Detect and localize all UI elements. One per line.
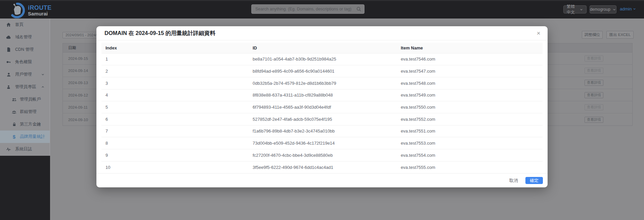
chevron-down-icon	[612, 8, 616, 11]
table-cell: 3f5ee9f5-6222-490d-9674-6dd1c4ac4ad1	[249, 161, 397, 173]
file-icon	[6, 47, 11, 52]
table-row: 6527852df-2e47-4fa6-adcb-59c075e4f195eva…	[101, 113, 543, 125]
column-header: Item Name	[397, 43, 543, 53]
cancel-button[interactable]: 取消	[505, 176, 522, 185]
table-cell: 8f838e88-637a-4311-a11b-cf829a88b048	[249, 89, 397, 101]
column-header: ID	[249, 43, 397, 53]
date-cell: 2024-09-14	[68, 69, 88, 73]
view-details-button[interactable]: 查看詳情	[585, 56, 603, 62]
table-cell: be8a7101-a054-4ab7-b30b-9d251b984a25	[249, 53, 397, 65]
search-icon	[356, 6, 361, 12]
table-cell: 73d004bb-e509-452d-9436-4c172f219e14	[249, 137, 397, 149]
sidebar-item-label: 用戶管理	[15, 72, 32, 77]
view-details-button[interactable]: 查看詳情	[585, 117, 603, 123]
sidebar-item-label: 品牌用量統計	[20, 134, 45, 140]
dollar-icon: $	[12, 135, 16, 139]
table-cell: 2	[101, 65, 249, 77]
chevron-down-icon	[41, 73, 45, 76]
table-cell: eva.test7553.com	[397, 137, 543, 149]
sidebar-menu: 首頁域名管理CDN 管理角色權限用戶管理管理員專區管理員帳戶群組管理第三方金鑰$…	[0, 19, 50, 156]
user-menu[interactable]: admin	[620, 6, 636, 11]
table-row: 48f838e88-637a-4311-a11b-cf829a88b048eva…	[101, 89, 543, 101]
table-cell: 3	[101, 77, 249, 89]
sidebar-item-brand-usage-stats[interactable]: $品牌用量統計	[0, 131, 50, 143]
users-icon	[12, 97, 16, 102]
table-row: 30db32b5a-2b74-4579-812e-d8d1b6b3bb79eva…	[101, 77, 543, 89]
group-dropdown[interactable]: demogroup	[590, 5, 616, 13]
user-icon	[6, 72, 11, 77]
table-cell: 8	[101, 137, 249, 149]
date-cell: 2024-09-12	[68, 93, 88, 97]
sidebar-item-cdn-management[interactable]: CDN 管理	[0, 43, 50, 56]
table-cell: eva.test7550.com	[397, 101, 543, 113]
modal-body: IndexIDItem Name 1be8a7101-a054-4ab7-b30…	[96, 40, 548, 173]
table-row: 2b8fd94ad-e895-4c09-a656-6c90a0144601eva…	[101, 65, 543, 77]
view-details-button[interactable]: 查看詳情	[585, 68, 603, 74]
sidebar-item-admin-area[interactable]: 管理員專區	[0, 81, 50, 93]
sidebar-item-domain-management[interactable]: 域名管理	[0, 31, 50, 43]
logo-subtitle: Samurai	[28, 11, 51, 16]
language-dropdown[interactable]: 繁體中文	[563, 5, 587, 13]
table-row: 873d004bb-e509-452d-9436-4c172f219e14eva…	[101, 137, 543, 149]
table-cell: 6	[101, 113, 249, 125]
table-row: 7f1a6b796-89b8-4db7-b3e2-3c4745a010bbeva…	[101, 125, 543, 137]
samurai-logo-icon	[9, 3, 25, 18]
table-cell: eva.test7548.com	[397, 77, 543, 89]
sidebar-item-system-logs[interactable]: 系統日誌	[0, 143, 50, 155]
table-cell: eva.test7547.com	[397, 65, 543, 77]
date-cell: 2024-09-15	[68, 57, 88, 61]
table-cell: eva.test7555.com	[397, 161, 543, 173]
detail-table: IndexIDItem Name 1be8a7101-a054-4ab7-b30…	[101, 43, 543, 173]
table-cell: b8fd94ad-e895-4c09-a656-6c90a0144601	[249, 65, 397, 77]
sidebar-item-role-permissions[interactable]: 角色權限	[0, 56, 50, 68]
sidebar-item-label: 管理員專區	[15, 84, 36, 90]
modal-footer: 取消 確定	[96, 173, 548, 187]
date-cell: 2024-09-10	[68, 118, 88, 122]
table-cell: 0db32b5a-2b74-4579-812e-d8d1b6b3bb79	[249, 77, 397, 89]
sidebar-item-label: 系統日誌	[15, 146, 32, 152]
table-cell: 9	[101, 149, 249, 161]
table-cell: 10	[101, 161, 249, 173]
table-cell: eva.test7551.com	[397, 125, 543, 137]
table-row: 9fc27200f-4670-4cbc-bbe4-3d9ce88580ebeva…	[101, 149, 543, 161]
sidebar-item-home[interactable]: 首頁	[0, 19, 50, 31]
cloud-icon	[6, 35, 11, 40]
search-input[interactable]	[251, 4, 364, 14]
table-cell: 5	[101, 101, 249, 113]
export-excel-button[interactable]: 匯出 EXCEL	[606, 31, 634, 39]
top-navbar: iROUTE Samurai 繁體中文 demogroup admin	[0, 0, 644, 19]
chevron-down-icon	[633, 7, 636, 11]
table-cell: 7	[101, 125, 249, 137]
table-cell: 6f794893-411e-4565-aa3f-90d3d04e4fdf	[249, 101, 397, 113]
chevron-up-icon	[41, 85, 45, 89]
modal-table-header-row: IndexIDItem Name	[101, 43, 543, 53]
table-cell: 4	[101, 89, 249, 101]
date-column-header: 日期	[68, 45, 76, 50]
sidebar-item-label: 群組管理	[20, 109, 37, 115]
sidebar-item-group-management[interactable]: 群組管理	[0, 106, 50, 118]
view-details-button[interactable]: 查看詳情	[585, 104, 603, 110]
sidebar-item-user-management[interactable]: 用戶管理	[0, 68, 50, 81]
person-icon	[6, 84, 11, 89]
sidebar-item-label: 首頁	[15, 22, 24, 28]
confirm-button[interactable]: 確定	[525, 177, 543, 184]
table-cell: eva.test7554.com	[397, 149, 543, 161]
sidebar-item-third-party-keys[interactable]: 第三方金鑰	[0, 118, 50, 131]
sidebar-item-label: 角色權限	[15, 59, 32, 65]
table-row: 56f794893-411e-4565-aa3f-90d3d04e4fdfeva…	[101, 101, 543, 113]
sidebar: 首頁域名管理CDN 管理角色權限用戶管理管理員專區管理員帳戶群組管理第三方金鑰$…	[0, 19, 50, 220]
table-row: 103f5ee9f5-6222-490d-9674-6dd1c4ac4ad1ev…	[101, 161, 543, 173]
usage-detail-modal: DOMAIN 在 2024-09-15 的用量統計詳細資料 × IndexIDI…	[96, 26, 548, 187]
column-header: Index	[101, 43, 249, 53]
view-details-button[interactable]: 查看詳情	[585, 92, 603, 98]
adjust-columns-button[interactable]: 調整欄位	[582, 31, 603, 39]
view-details-button[interactable]: 查看詳情	[585, 80, 603, 86]
modal-table-body: 1be8a7101-a054-4ab7-b30b-9d251b984a25eva…	[101, 53, 543, 173]
table-cell: eva.test7549.com	[397, 89, 543, 101]
close-icon[interactable]: ×	[534, 29, 543, 38]
app-logo[interactable]: iROUTE Samurai	[9, 2, 51, 19]
sidebar-item-label: CDN 管理	[15, 47, 34, 52]
table-cell: fc27200f-4670-4cbc-bbe4-3d9ce88580eb	[249, 149, 397, 161]
sidebar-item-admin-accounts[interactable]: 管理員帳戶	[0, 93, 50, 106]
table-cell: eva.test7552.com	[397, 113, 543, 125]
